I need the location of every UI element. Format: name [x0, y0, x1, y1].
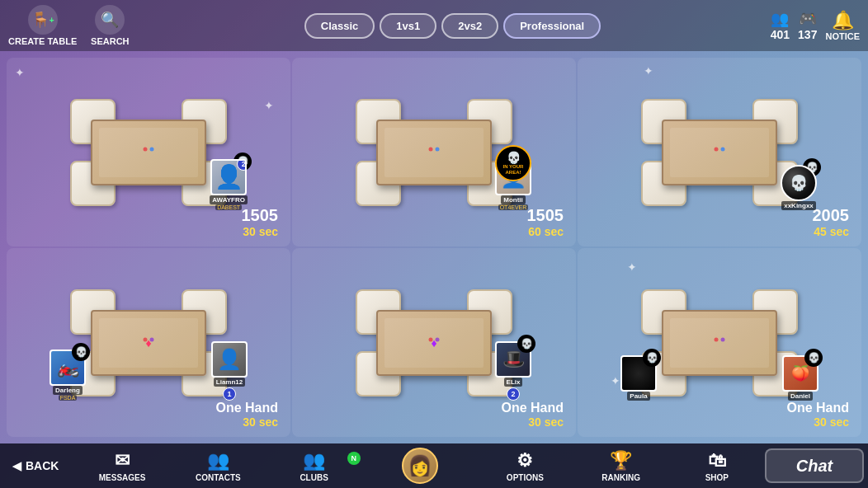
tab-2vs2[interactable]: 2vs2	[441, 13, 498, 39]
table-surface	[376, 120, 492, 185]
skull-badge: 💀	[804, 349, 823, 367]
table-3-info: 2005 45 sec	[813, 206, 850, 238]
shop-button[interactable]: 🛍 SHOP	[669, 450, 765, 482]
contacts-icon: 👥	[207, 450, 229, 472]
player-4b-avatar: 👤 Liamn12 1	[211, 341, 248, 401]
options-icon: ⚙	[517, 450, 533, 472]
in-your-area-badge: 💀 IN YOURAREA!	[495, 145, 531, 181]
player-2-avatar: 💀 IN YOURAREA! 👤 Montii OT4EVER	[495, 149, 531, 210]
online-users-count: 👥 401	[771, 10, 790, 41]
pool-table-4: 💀 🏍️ Darleng FSDA 👤 Liamn12 1 ♦	[58, 285, 239, 401]
top-bar: 🪑+ CREATE TABLE 🔍 SEARCH Classic 1vs1 2v…	[0, 0, 868, 51]
tab-1vs1[interactable]: 1vs1	[380, 13, 436, 39]
heart-gem-icon: ♦	[431, 336, 436, 350]
back-arrow-icon: ◀	[12, 459, 21, 472]
table-surface	[662, 120, 777, 185]
table-surface	[662, 310, 777, 376]
options-button[interactable]: ⚙ OPTIONS	[477, 450, 573, 482]
clubs-icon: 👥	[303, 450, 325, 472]
create-table-icon: 🪑+	[28, 5, 58, 35]
tab-classic[interactable]: Classic	[304, 13, 375, 39]
back-button[interactable]: ◀ BACK	[0, 459, 74, 472]
pool-table-1: 💀 👤 2 AWAYFRO DABEST	[58, 95, 239, 210]
table-1[interactable]: ✦ ✦ 💀 👤 2 AWAYFRO DABEST 1505 30	[7, 58, 290, 246]
table-3[interactable]: ✦ 💀 💀 xxKingxx 2005 45 sec	[578, 58, 861, 246]
player-4a-avatar: 💀 🏍️ Darleng FSDA	[50, 350, 86, 401]
contacts-button[interactable]: 👥 CONTACTS	[170, 450, 266, 482]
table-2[interactable]: 💀 IN YOURAREA! 👤 Montii OT4EVER 1505 60 …	[292, 58, 576, 246]
sparkle-icon: ✦	[644, 64, 653, 77]
skull-badge: 💀	[517, 335, 535, 353]
bottom-bar: ◀ BACK ✉ MESSAGES 👥 CONTACTS 👥 CLUBS N 👩…	[0, 443, 868, 488]
player-1-avatar: 💀 👤 2 AWAYFRO DABEST	[210, 159, 248, 210]
chat-button[interactable]: Chat	[765, 448, 864, 483]
shop-icon: 🛍	[708, 450, 726, 472]
clubs-notification-badge: N	[347, 452, 361, 465]
table-2-info: 1505 60 sec	[527, 206, 564, 238]
player-6a-avatar: 💀 Paula	[620, 355, 657, 401]
player-5-avatar: 💀 🎩 ELix 2	[495, 341, 531, 401]
messages-button[interactable]: ✉ MESSAGES	[74, 450, 170, 482]
skull-badge: 💀	[72, 343, 90, 361]
pool-table-2: 💀 IN YOURAREA! 👤 Montii OT4EVER	[343, 95, 525, 210]
clubs-button[interactable]: 👥 CLUBS N	[267, 450, 362, 482]
table-6-info: One Hand 30 sec	[786, 401, 849, 429]
profile-button[interactable]: 👩	[362, 448, 478, 484]
ranking-icon: 🏆	[610, 450, 632, 472]
table-4-info: One Hand 30 sec	[215, 401, 278, 429]
pool-table-5: 💀 🎩 ELix 2 ♦	[343, 285, 525, 401]
profile-avatar: 👩	[402, 448, 438, 484]
sparkle-icon: ✦	[627, 260, 637, 274]
sparkle-icon: ✦	[611, 374, 620, 387]
pool-table-3: 💀 💀 xxKingxx	[629, 95, 810, 210]
liamn-avatar: 👤	[211, 341, 248, 378]
messages-icon: ✉	[115, 450, 130, 472]
tab-professional[interactable]: Professional	[503, 13, 601, 39]
ranking-button[interactable]: 🏆 RANKING	[573, 450, 669, 482]
table-4[interactable]: 💀 🏍️ Darleng FSDA 👤 Liamn12 1 ♦ One Hand…	[7, 248, 290, 437]
mode-tabs: Classic 1vs1 2vs2 Professional	[151, 13, 753, 39]
pool-table-6: 💀 Paula 💀 🍑 Daniel	[629, 285, 810, 401]
table-6[interactable]: ✦ ✦ 💀 Paula 💀 🍑 Daniel	[578, 248, 861, 437]
sparkle-icon: ✦	[264, 99, 274, 112]
sparkle-icon: ✦	[15, 66, 25, 79]
ball-avatar: 💀	[781, 165, 817, 201]
player-3-avatar: 💀 💀 xxKingxx	[781, 165, 817, 210]
top-right: 👥 401 🎮 137 🔔 NOTICE	[771, 10, 860, 41]
skull-badge: 💀	[643, 349, 661, 367]
search-button[interactable]: 🔍 SEARCH	[85, 5, 134, 46]
search-icon: 🔍	[95, 5, 125, 35]
notice-button[interactable]: 🔔 NOTICE	[825, 10, 860, 41]
table-5[interactable]: 💀 🎩 ELix 2 ♦ One Hand 30 sec	[292, 248, 576, 437]
create-table-button[interactable]: 🪑+ CREATE TABLE	[8, 5, 77, 46]
table-surface	[91, 120, 206, 185]
table-1-info: 1505 30 sec	[242, 206, 279, 238]
heart-gem-icon: ♦	[145, 336, 151, 350]
tables-area: ✦ ✦ 💀 👤 2 AWAYFRO DABEST 1505 30	[0, 51, 868, 443]
playing-users-count: 🎮 137	[798, 10, 817, 41]
player-6b-avatar: 💀 🍑 Daniel	[782, 355, 818, 401]
table-5-info: One Hand 30 sec	[501, 401, 564, 429]
